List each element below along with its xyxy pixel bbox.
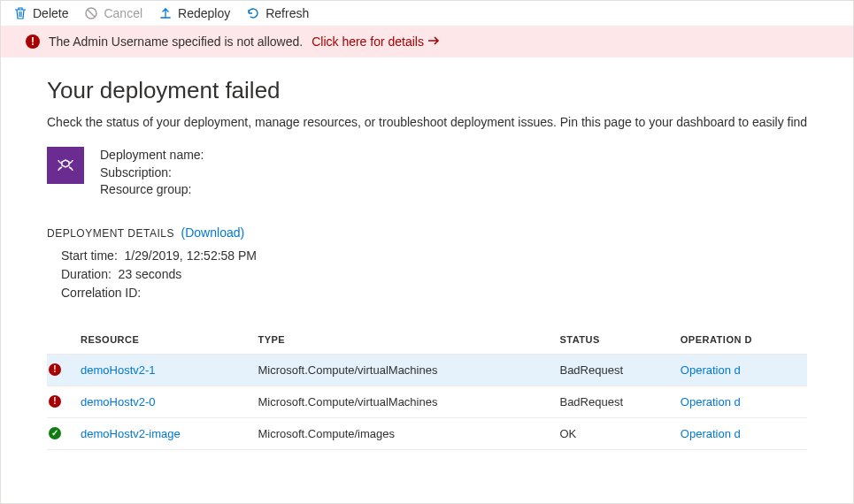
resource-status: BadRequest	[552, 354, 673, 386]
toolbar: Delete Cancel Redeploy Refresh	[1, 1, 853, 26]
duration-label: Duration:	[61, 267, 112, 281]
cancel-label: Cancel	[104, 6, 142, 20]
col-status[interactable]: STATUS	[552, 325, 673, 355]
redeploy-label: Redeploy	[178, 6, 230, 20]
deployment-details: DEPLOYMENT DETAILS (Download) Start time…	[47, 225, 807, 302]
cancel-icon	[84, 6, 98, 20]
redeploy-button[interactable]: Redeploy	[158, 6, 230, 20]
error-banner: ! The Admin Username specified is not al…	[1, 26, 853, 57]
table-row[interactable]: !demoHostv2-1Microsoft.Compute/virtualMa…	[47, 354, 807, 386]
resource-type: Microsoft.Compute/virtualMachines	[250, 386, 552, 417]
refresh-icon	[246, 6, 260, 20]
error-details-link[interactable]: Click here for details	[312, 34, 440, 49]
download-link[interactable]: (Download)	[181, 225, 245, 240]
resource-type: Microsoft.Compute/virtualMachines	[250, 354, 552, 386]
col-resource[interactable]: RESOURCE	[73, 325, 250, 355]
operation-link[interactable]: Operation d	[681, 395, 741, 409]
page-title: Your deployment failed	[47, 77, 807, 104]
delete-label: Delete	[33, 6, 68, 20]
summary-fields: Deployment name: Subscription: Resource …	[100, 147, 204, 199]
arrow-right-icon	[427, 34, 440, 49]
start-time-label: Start time:	[61, 248, 118, 263]
subscription-label: Subscription:	[100, 164, 204, 182]
details-heading: DEPLOYMENT DETAILS	[47, 227, 174, 240]
correlation-id-label: Correlation ID:	[61, 286, 141, 300]
deployment-name-label: Deployment name:	[100, 147, 204, 164]
table-row[interactable]: ✓demoHostv2-imageMicrosoft.Compute/image…	[47, 417, 807, 449]
deployment-icon	[47, 147, 84, 184]
success-icon: ✓	[49, 427, 61, 439]
resource-status: BadRequest	[552, 386, 673, 417]
operation-link[interactable]: Operation d	[681, 427, 741, 440]
resource-table: RESOURCE TYPE STATUS OPERATION D !demoHo…	[47, 325, 807, 450]
error-details-label: Click here for details	[312, 34, 424, 49]
content: Your deployment failed Check the status …	[1, 57, 853, 450]
table-row[interactable]: !demoHostv2-0Microsoft.Compute/virtualMa…	[47, 386, 807, 417]
resource-link[interactable]: demoHostv2-image	[81, 427, 181, 440]
resource-status: OK	[552, 417, 673, 449]
resource-link[interactable]: demoHostv2-1	[81, 363, 156, 377]
start-time-value: 1/29/2019, 12:52:58 PM	[125, 248, 257, 263]
col-type[interactable]: TYPE	[250, 325, 552, 355]
col-operation[interactable]: OPERATION D	[673, 325, 807, 355]
error-icon: !	[49, 363, 61, 376]
duration-value: 23 seconds	[119, 267, 182, 281]
error-message: The Admin Username specified is not allo…	[49, 34, 303, 49]
error-icon: !	[26, 34, 40, 49]
resource-group-label: Resource group:	[100, 181, 204, 199]
deployment-summary: Deployment name: Subscription: Resource …	[47, 147, 807, 199]
resource-type: Microsoft.Compute/images	[250, 417, 552, 449]
error-icon: !	[49, 395, 61, 408]
delete-button[interactable]: Delete	[13, 6, 68, 20]
refresh-label: Refresh	[265, 6, 309, 20]
operation-link[interactable]: Operation d	[681, 363, 741, 377]
refresh-button[interactable]: Refresh	[246, 6, 309, 20]
resource-link[interactable]: demoHostv2-0	[81, 395, 156, 409]
cancel-button: Cancel	[84, 6, 142, 20]
redeploy-icon	[158, 6, 173, 20]
trash-icon	[13, 6, 27, 20]
page-subtext: Check the status of your deployment, man…	[47, 115, 807, 129]
